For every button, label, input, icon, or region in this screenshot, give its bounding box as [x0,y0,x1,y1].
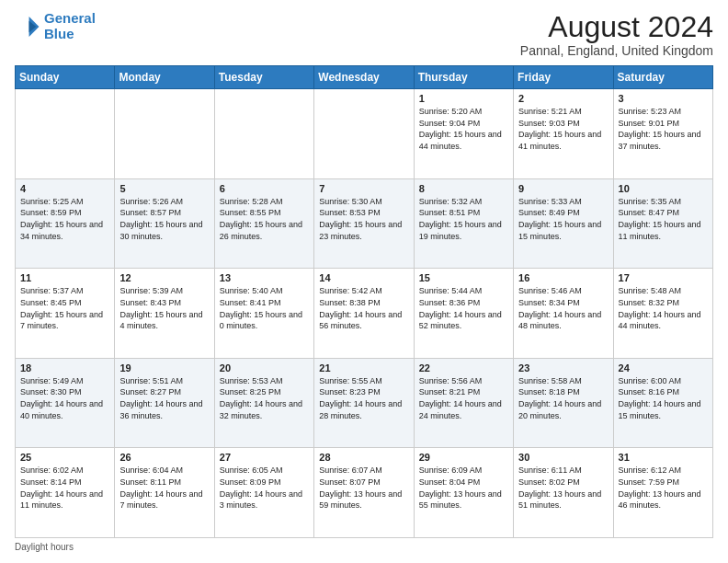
day-number: 29 [419,452,508,463]
day-info: Sunrise: 5:48 AMSunset: 8:32 PMDaylight:… [619,285,708,331]
day-number: 4 [20,183,109,194]
day-info: Sunrise: 6:11 AMSunset: 8:02 PMDaylight:… [518,465,608,511]
day-number: 16 [518,272,608,283]
logo-icon [15,14,40,40]
day-number: 10 [619,183,708,194]
day-number: 11 [20,272,109,283]
subtitle: Pannal, England, United Kingdom [520,43,713,58]
calendar-week-5: 25Sunrise: 6:02 AMSunset: 8:14 PMDayligh… [16,448,713,538]
day-info: Sunrise: 5:28 AMSunset: 8:55 PMDaylight:… [220,196,309,242]
day-number: 24 [619,362,708,373]
col-friday: Friday [514,66,613,89]
calendar-cell: 3Sunrise: 5:23 AMSunset: 9:01 PMDaylight… [613,89,712,179]
col-tuesday: Tuesday [214,66,313,89]
day-info: Sunrise: 5:30 AMSunset: 8:53 PMDaylight:… [319,196,408,242]
day-info: Sunrise: 5:25 AMSunset: 8:59 PMDaylight:… [20,196,109,242]
calendar-cell: 29Sunrise: 6:09 AMSunset: 8:04 PMDayligh… [414,448,513,538]
day-info: Sunrise: 5:39 AMSunset: 8:43 PMDaylight:… [119,285,209,331]
day-number: 19 [119,362,209,373]
day-info: Sunrise: 6:02 AMSunset: 8:14 PMDaylight:… [20,465,109,511]
day-info: Sunrise: 6:05 AMSunset: 8:09 PMDaylight:… [220,465,309,511]
col-thursday: Thursday [414,66,513,89]
calendar-cell: 23Sunrise: 5:58 AMSunset: 8:18 PMDayligh… [514,358,613,448]
day-number: 15 [419,272,508,283]
day-info: Sunrise: 6:09 AMSunset: 8:04 PMDaylight:… [419,465,508,511]
day-number: 28 [319,452,408,463]
logo-line1: General [44,10,96,26]
day-info: Sunrise: 5:35 AMSunset: 8:47 PMDaylight:… [619,196,708,242]
day-number: 9 [518,183,608,194]
calendar-cell [314,89,414,179]
day-number: 23 [518,362,608,373]
calendar-cell: 18Sunrise: 5:49 AMSunset: 8:30 PMDayligh… [16,358,115,448]
calendar-cell: 17Sunrise: 5:48 AMSunset: 8:32 PMDayligh… [613,269,712,359]
logo: General Blue [15,11,96,41]
calendar-cell: 4Sunrise: 5:25 AMSunset: 8:59 PMDaylight… [16,178,115,269]
calendar-cell: 1Sunrise: 5:20 AMSunset: 9:04 PMDaylight… [414,89,513,179]
day-info: Sunrise: 5:42 AMSunset: 8:38 PMDaylight:… [319,285,408,331]
day-info: Sunrise: 5:37 AMSunset: 8:45 PMDaylight:… [20,285,109,331]
day-number: 27 [220,452,309,463]
calendar-cell [16,89,115,179]
calendar-header: Sunday Monday Tuesday Wednesday Thursday… [16,66,713,89]
day-number: 5 [119,183,209,194]
day-number: 18 [20,362,109,373]
col-monday: Monday [115,66,214,89]
day-info: Sunrise: 5:53 AMSunset: 8:25 PMDaylight:… [220,375,309,421]
calendar-cell: 9Sunrise: 5:33 AMSunset: 8:49 PMDaylight… [514,178,613,269]
calendar-cell: 20Sunrise: 5:53 AMSunset: 8:25 PMDayligh… [214,358,313,448]
calendar-week-2: 4Sunrise: 5:25 AMSunset: 8:59 PMDaylight… [16,178,713,269]
footer-note: Daylight hours [15,542,713,552]
day-number: 20 [220,362,309,373]
day-info: Sunrise: 5:44 AMSunset: 8:36 PMDaylight:… [419,285,508,331]
logo-line2: Blue [44,26,74,41]
day-info: Sunrise: 5:40 AMSunset: 8:41 PMDaylight:… [220,285,309,331]
day-info: Sunrise: 6:12 AMSunset: 7:59 PMDaylight:… [619,465,708,511]
day-number: 7 [319,183,408,194]
day-number: 21 [319,362,408,373]
col-wednesday: Wednesday [314,66,414,89]
calendar-week-1: 1Sunrise: 5:20 AMSunset: 9:04 PMDaylight… [16,89,713,179]
day-info: Sunrise: 5:21 AMSunset: 9:03 PMDaylight:… [518,106,608,152]
day-number: 25 [20,452,109,463]
calendar-cell: 14Sunrise: 5:42 AMSunset: 8:38 PMDayligh… [314,269,414,359]
day-info: Sunrise: 5:23 AMSunset: 9:01 PMDaylight:… [619,106,708,152]
header-row: Sunday Monday Tuesday Wednesday Thursday… [16,66,713,89]
day-number: 13 [220,272,309,283]
calendar-cell: 15Sunrise: 5:44 AMSunset: 8:36 PMDayligh… [414,269,513,359]
calendar-cell: 2Sunrise: 5:21 AMSunset: 9:03 PMDaylight… [514,89,613,179]
day-info: Sunrise: 6:00 AMSunset: 8:16 PMDaylight:… [619,375,708,421]
calendar-cell: 22Sunrise: 5:56 AMSunset: 8:21 PMDayligh… [414,358,513,448]
calendar-cell: 28Sunrise: 6:07 AMSunset: 8:07 PMDayligh… [314,448,414,538]
day-info: Sunrise: 6:04 AMSunset: 8:11 PMDaylight:… [119,465,209,511]
day-number: 8 [419,183,508,194]
calendar-cell: 31Sunrise: 6:12 AMSunset: 7:59 PMDayligh… [613,448,712,538]
calendar-cell: 16Sunrise: 5:46 AMSunset: 8:34 PMDayligh… [514,269,613,359]
logo-text: General Blue [44,11,96,41]
calendar-week-3: 11Sunrise: 5:37 AMSunset: 8:45 PMDayligh… [16,269,713,359]
col-sunday: Sunday [16,66,115,89]
day-info: Sunrise: 5:20 AMSunset: 9:04 PMDaylight:… [419,106,508,152]
main-title: August 2024 [520,11,713,43]
day-info: Sunrise: 5:56 AMSunset: 8:21 PMDaylight:… [419,375,508,421]
header: General Blue August 2024 Pannal, England… [15,11,713,58]
day-number: 26 [119,452,209,463]
day-number: 31 [619,452,708,463]
calendar-cell: 7Sunrise: 5:30 AMSunset: 8:53 PMDaylight… [314,178,414,269]
day-info: Sunrise: 6:07 AMSunset: 8:07 PMDaylight:… [319,465,408,511]
calendar-cell: 24Sunrise: 6:00 AMSunset: 8:16 PMDayligh… [613,358,712,448]
calendar-table: Sunday Monday Tuesday Wednesday Thursday… [15,65,713,538]
calendar-cell: 21Sunrise: 5:55 AMSunset: 8:23 PMDayligh… [314,358,414,448]
day-number: 2 [518,93,608,104]
title-block: August 2024 Pannal, England, United King… [520,11,713,58]
calendar-cell: 19Sunrise: 5:51 AMSunset: 8:27 PMDayligh… [115,358,214,448]
calendar-cell [214,89,313,179]
day-info: Sunrise: 5:33 AMSunset: 8:49 PMDaylight:… [518,196,608,242]
calendar-cell: 5Sunrise: 5:26 AMSunset: 8:57 PMDaylight… [115,178,214,269]
calendar-cell: 30Sunrise: 6:11 AMSunset: 8:02 PMDayligh… [514,448,613,538]
calendar-body: 1Sunrise: 5:20 AMSunset: 9:04 PMDaylight… [16,89,713,538]
day-number: 17 [619,272,708,283]
calendar-cell [115,89,214,179]
calendar-cell: 10Sunrise: 5:35 AMSunset: 8:47 PMDayligh… [613,178,712,269]
col-saturday: Saturday [613,66,712,89]
